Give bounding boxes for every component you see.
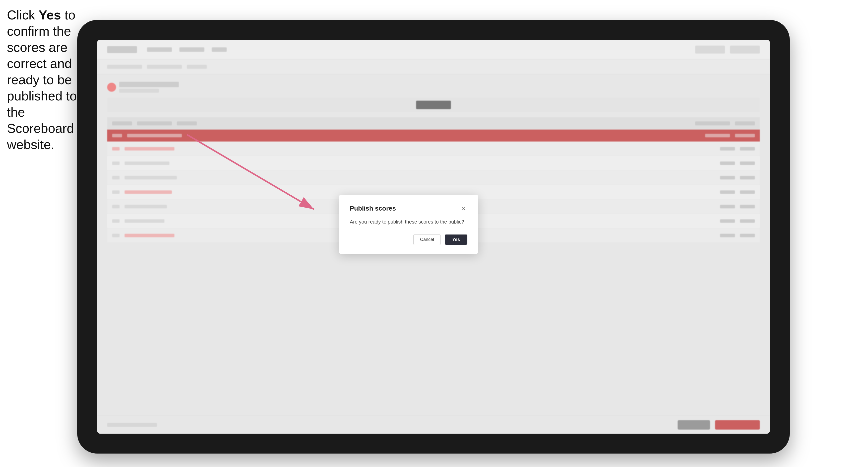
yes-button[interactable]: Yes bbox=[445, 235, 467, 245]
modal-overlay: Publish scores × Are you ready to publis… bbox=[97, 40, 770, 434]
modal-close-button[interactable]: × bbox=[460, 205, 467, 212]
tablet-screen: Publish scores × Are you ready to publis… bbox=[97, 40, 770, 434]
publish-scores-modal: Publish scores × Are you ready to publis… bbox=[339, 195, 478, 254]
modal-header: Publish scores × bbox=[350, 205, 467, 212]
modal-body-text: Are you ready to publish these scores to… bbox=[350, 218, 467, 225]
instruction-text: Click Yes to confirm the scores are corr… bbox=[7, 7, 79, 153]
cancel-button[interactable]: Cancel bbox=[413, 234, 441, 245]
tablet-device: Publish scores × Are you ready to publis… bbox=[77, 20, 790, 454]
modal-footer: Cancel Yes bbox=[350, 234, 467, 245]
modal-title: Publish scores bbox=[350, 205, 396, 212]
